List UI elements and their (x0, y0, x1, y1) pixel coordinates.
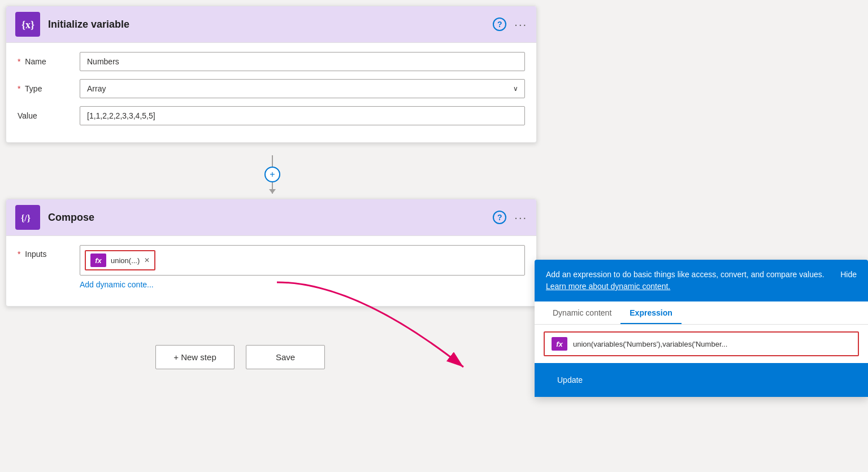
type-field-row: * Type Array Boolean Float Integer Objec… (18, 79, 525, 98)
add-dynamic-content-link[interactable]: Add dynamic conte... (80, 280, 525, 289)
type-select[interactable]: Array Boolean Float Integer Object Strin… (80, 79, 525, 98)
new-step-button[interactable]: + New step (155, 345, 235, 369)
expression-input-area: fx (535, 325, 868, 363)
compose-card-icon: {/} (15, 205, 40, 230)
expression-input-row: fx (544, 331, 859, 356)
initialize-variable-card: {x} Initialize variable ? ··· * Name (6, 6, 537, 143)
panel-tabs: Dynamic content Expression (535, 301, 868, 325)
panel-description: Add an expression to do basic things lik… (546, 270, 824, 279)
name-input[interactable] (80, 52, 525, 71)
name-label: * Name (18, 57, 80, 66)
value-input[interactable] (80, 106, 525, 125)
tab-dynamic-content[interactable]: Dynamic content (544, 301, 620, 324)
panel-header-text: Add an expression to do basic things lik… (546, 269, 831, 292)
compose-card-body: * Inputs fx union(...) ✕ Add dynamic con… (6, 236, 536, 306)
inputs-label: * Inputs (18, 245, 80, 259)
type-select-wrapper: Array Boolean Float Integer Object Strin… (80, 79, 525, 98)
expression-fx-icon: fx (552, 337, 567, 351)
update-button[interactable]: Update (544, 370, 596, 390)
init-card-title: Initialize variable (48, 19, 493, 30)
compose-card-header: {/} Compose ? ··· (6, 199, 536, 236)
name-field-row: * Name (18, 52, 525, 71)
type-required-star: * (18, 84, 20, 93)
token-label: union(...) (111, 256, 140, 265)
init-help-button[interactable]: ? (493, 18, 506, 31)
value-label: Value (18, 111, 80, 120)
compose-card-actions: ? ··· (493, 211, 527, 224)
inputs-field-row: * Inputs fx union(...) ✕ Add dynamic con… (18, 245, 525, 289)
inputs-required-star: * (18, 250, 20, 259)
hide-panel-button[interactable]: Hide (840, 269, 857, 281)
connector-plus-button[interactable]: + (264, 167, 280, 182)
connector-line-top (272, 155, 273, 167)
init-card-body: * Name * Type Array Boolean Float Intege… (6, 43, 536, 142)
init-card-header: {x} Initialize variable ? ··· (6, 6, 536, 43)
bottom-buttons-area: + New step Save (155, 345, 325, 369)
inputs-field-area: fx union(...) ✕ Add dynamic conte... (80, 245, 525, 289)
compose-more-button[interactable]: ··· (514, 211, 527, 224)
compose-card-title: Compose (48, 212, 493, 224)
expression-text-field[interactable] (573, 340, 851, 348)
learn-more-link[interactable]: Learn more about dynamic content. (546, 282, 670, 291)
inputs-token-area[interactable]: fx union(...) ✕ (80, 245, 525, 276)
tab-expression[interactable]: Expression (620, 301, 681, 324)
init-card-icon: {x} (15, 12, 40, 37)
union-token[interactable]: fx union(...) ✕ (85, 250, 155, 270)
init-card-actions: ? ··· (493, 18, 527, 31)
token-close-icon[interactable]: ✕ (144, 256, 150, 264)
save-button[interactable]: Save (246, 345, 325, 369)
compose-card: {/} Compose ? ··· * Inputs fx un (6, 199, 537, 307)
panel-header: Add an expression to do basic things lik… (535, 260, 868, 301)
connector-line-bottom (272, 182, 273, 194)
compose-help-button[interactable]: ? (493, 211, 506, 224)
name-required-star: * (18, 57, 20, 66)
svg-text:{/}: {/} (21, 213, 31, 223)
connector-between-cards: + (264, 155, 280, 194)
dynamic-expression-panel: Add an expression to do basic things lik… (535, 260, 868, 397)
init-more-button[interactable]: ··· (514, 18, 527, 31)
token-fx-icon: fx (90, 254, 106, 267)
value-field-row: Value (18, 106, 525, 125)
type-label: * Type (18, 84, 80, 93)
svg-text:{x}: {x} (21, 19, 34, 30)
